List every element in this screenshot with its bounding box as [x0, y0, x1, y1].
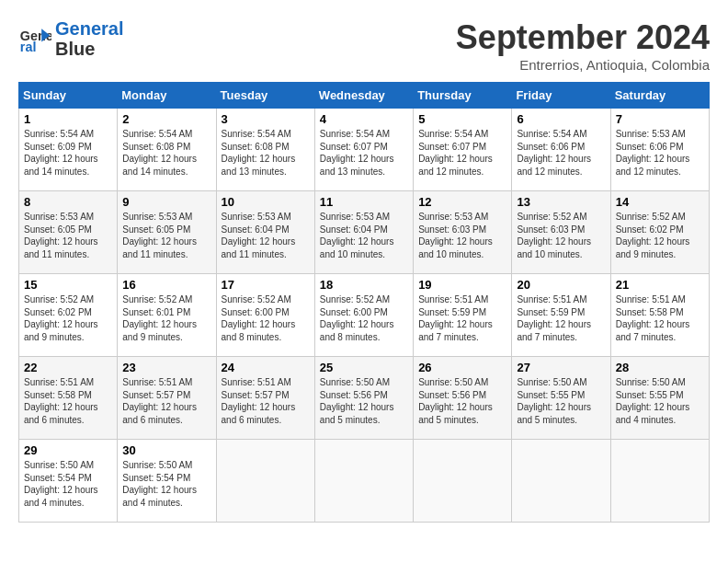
day-number: 3 [222, 112, 310, 126]
month-title: September 2024 [456, 18, 710, 57]
day-number: 9 [122, 195, 210, 209]
day-number: 18 [320, 278, 408, 292]
weekday-header-row: SundayMondayTuesdayWednesdayThursdayFrid… [19, 83, 710, 109]
day-info: Sunrise: 5:50 AM Sunset: 5:56 PM Dayligh… [418, 376, 506, 426]
day-number: 27 [517, 361, 605, 374]
day-info: Sunrise: 5:53 AM Sunset: 6:03 PM Dayligh… [418, 211, 506, 260]
calendar-day-cell: 24Sunrise: 5:51 AM Sunset: 5:57 PM Dayli… [216, 357, 314, 440]
calendar-week-row: 29Sunrise: 5:50 AM Sunset: 5:54 PM Dayli… [19, 440, 710, 523]
day-info: Sunrise: 5:53 AM Sunset: 6:04 PM Dayligh… [222, 211, 310, 260]
day-number: 29 [24, 443, 112, 457]
day-number: 24 [222, 361, 310, 374]
title-block: September 2024 Entrerrios, Antioquia, Co… [456, 18, 710, 73]
day-number: 8 [24, 195, 112, 209]
svg-text:ral: ral [20, 40, 37, 54]
day-info: Sunrise: 5:53 AM Sunset: 6:05 PM Dayligh… [24, 211, 112, 260]
day-info: Sunrise: 5:54 AM Sunset: 6:06 PM Dayligh… [517, 128, 605, 178]
day-info: Sunrise: 5:53 AM Sunset: 6:06 PM Dayligh… [616, 128, 704, 178]
calendar-day-cell: 12Sunrise: 5:53 AM Sunset: 6:03 PM Dayli… [414, 191, 512, 274]
day-info: Sunrise: 5:54 AM Sunset: 6:07 PM Dayligh… [320, 128, 408, 178]
calendar-day-cell: 1Sunrise: 5:54 AM Sunset: 6:09 PM Daylig… [19, 109, 118, 191]
day-number: 15 [24, 278, 112, 292]
calendar-day-cell: 29Sunrise: 5:50 AM Sunset: 5:54 PM Dayli… [19, 440, 118, 523]
logo-icon: Gene ral [18, 22, 51, 55]
weekday-header-cell: Friday [512, 83, 610, 109]
day-number: 26 [418, 361, 506, 374]
calendar-day-cell: 10Sunrise: 5:53 AM Sunset: 6:04 PM Dayli… [216, 191, 314, 274]
day-info: Sunrise: 5:53 AM Sunset: 6:04 PM Dayligh… [320, 211, 408, 260]
day-info: Sunrise: 5:50 AM Sunset: 5:54 PM Dayligh… [24, 459, 112, 509]
day-number: 14 [616, 195, 704, 209]
calendar-week-row: 8Sunrise: 5:53 AM Sunset: 6:05 PM Daylig… [19, 191, 710, 274]
calendar-day-cell [216, 440, 314, 523]
logo: Gene ral GeneralBlue [18, 18, 123, 59]
calendar-day-cell: 7Sunrise: 5:53 AM Sunset: 6:06 PM Daylig… [610, 109, 709, 191]
day-info: Sunrise: 5:51 AM Sunset: 5:59 PM Dayligh… [418, 293, 506, 343]
day-number: 17 [222, 278, 310, 292]
calendar-table: SundayMondayTuesdayWednesdayThursdayFrid… [18, 82, 710, 523]
day-info: Sunrise: 5:54 AM Sunset: 6:09 PM Dayligh… [24, 128, 112, 178]
calendar-day-cell: 30Sunrise: 5:50 AM Sunset: 5:54 PM Dayli… [118, 440, 216, 523]
day-number: 11 [320, 195, 408, 209]
day-info: Sunrise: 5:52 AM Sunset: 6:03 PM Dayligh… [517, 211, 605, 260]
day-info: Sunrise: 5:54 AM Sunset: 6:08 PM Dayligh… [222, 128, 310, 178]
day-info: Sunrise: 5:53 AM Sunset: 6:05 PM Dayligh… [122, 211, 210, 260]
day-number: 12 [418, 195, 506, 209]
day-number: 30 [122, 443, 210, 457]
weekday-header-cell: Thursday [414, 83, 512, 109]
day-info: Sunrise: 5:54 AM Sunset: 6:08 PM Dayligh… [122, 128, 210, 178]
calendar-day-cell: 20Sunrise: 5:51 AM Sunset: 5:59 PM Dayli… [512, 274, 610, 357]
calendar-day-cell: 16Sunrise: 5:52 AM Sunset: 6:01 PM Dayli… [118, 274, 216, 357]
calendar-day-cell: 23Sunrise: 5:51 AM Sunset: 5:57 PM Dayli… [118, 357, 216, 440]
calendar-day-cell: 15Sunrise: 5:52 AM Sunset: 6:02 PM Dayli… [19, 274, 118, 357]
day-number: 4 [320, 112, 408, 126]
calendar-day-cell [414, 440, 512, 523]
weekday-header-cell: Tuesday [216, 83, 314, 109]
calendar-day-cell: 27Sunrise: 5:50 AM Sunset: 5:55 PM Dayli… [512, 357, 610, 440]
day-number: 20 [517, 278, 605, 292]
weekday-header-cell: Wednesday [314, 83, 413, 109]
day-info: Sunrise: 5:52 AM Sunset: 6:02 PM Dayligh… [24, 293, 112, 343]
calendar-day-cell: 8Sunrise: 5:53 AM Sunset: 6:05 PM Daylig… [19, 191, 118, 274]
day-info: Sunrise: 5:50 AM Sunset: 5:55 PM Dayligh… [616, 376, 704, 426]
calendar-day-cell: 9Sunrise: 5:53 AM Sunset: 6:05 PM Daylig… [118, 191, 216, 274]
calendar-week-row: 15Sunrise: 5:52 AM Sunset: 6:02 PM Dayli… [19, 274, 710, 357]
day-number: 28 [616, 361, 704, 374]
calendar-day-cell: 11Sunrise: 5:53 AM Sunset: 6:04 PM Dayli… [314, 191, 413, 274]
day-number: 21 [616, 278, 704, 292]
day-number: 25 [320, 361, 408, 374]
page-header: Gene ral GeneralBlue September 2024 Entr… [18, 18, 710, 73]
day-number: 6 [517, 112, 605, 126]
day-number: 2 [122, 112, 210, 126]
location-subtitle: Entrerrios, Antioquia, Colombia [456, 57, 710, 73]
calendar-day-cell: 28Sunrise: 5:50 AM Sunset: 5:55 PM Dayli… [610, 357, 709, 440]
calendar-day-cell: 2Sunrise: 5:54 AM Sunset: 6:08 PM Daylig… [118, 109, 216, 191]
day-info: Sunrise: 5:51 AM Sunset: 5:57 PM Dayligh… [122, 376, 210, 426]
day-info: Sunrise: 5:51 AM Sunset: 5:58 PM Dayligh… [616, 293, 704, 343]
day-number: 1 [24, 112, 112, 126]
day-number: 22 [24, 361, 112, 374]
calendar-day-cell: 19Sunrise: 5:51 AM Sunset: 5:59 PM Dayli… [414, 274, 512, 357]
day-info: Sunrise: 5:52 AM Sunset: 6:00 PM Dayligh… [222, 293, 310, 343]
calendar-day-cell: 5Sunrise: 5:54 AM Sunset: 6:07 PM Daylig… [414, 109, 512, 191]
calendar-day-cell: 4Sunrise: 5:54 AM Sunset: 6:07 PM Daylig… [314, 109, 413, 191]
calendar-day-cell: 14Sunrise: 5:52 AM Sunset: 6:02 PM Dayli… [610, 191, 709, 274]
day-info: Sunrise: 5:50 AM Sunset: 5:54 PM Dayligh… [122, 459, 210, 509]
calendar-body: 1Sunrise: 5:54 AM Sunset: 6:09 PM Daylig… [19, 109, 710, 523]
weekday-header-cell: Sunday [19, 83, 118, 109]
calendar-day-cell [610, 440, 709, 523]
day-number: 19 [418, 278, 506, 292]
weekday-header-cell: Monday [118, 83, 216, 109]
day-info: Sunrise: 5:52 AM Sunset: 6:00 PM Dayligh… [320, 293, 408, 343]
calendar-day-cell: 6Sunrise: 5:54 AM Sunset: 6:06 PM Daylig… [512, 109, 610, 191]
day-info: Sunrise: 5:51 AM Sunset: 5:57 PM Dayligh… [222, 376, 310, 426]
calendar-day-cell: 21Sunrise: 5:51 AM Sunset: 5:58 PM Dayli… [610, 274, 709, 357]
day-number: 7 [616, 112, 704, 126]
day-number: 23 [122, 361, 210, 374]
calendar-day-cell [314, 440, 413, 523]
calendar-day-cell: 18Sunrise: 5:52 AM Sunset: 6:00 PM Dayli… [314, 274, 413, 357]
calendar-week-row: 22Sunrise: 5:51 AM Sunset: 5:58 PM Dayli… [19, 357, 710, 440]
day-info: Sunrise: 5:50 AM Sunset: 5:55 PM Dayligh… [517, 376, 605, 426]
day-info: Sunrise: 5:51 AM Sunset: 5:59 PM Dayligh… [517, 293, 605, 343]
day-number: 5 [418, 112, 506, 126]
